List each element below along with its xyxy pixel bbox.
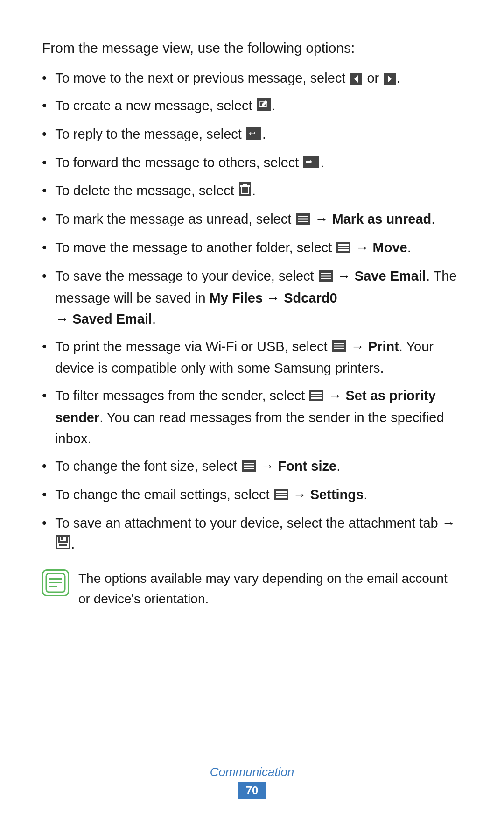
menu-icon — [274, 485, 288, 506]
bullet-dot: • — [42, 336, 47, 357]
bullet-mark-unread: To mark the message as unread, select → … — [55, 209, 462, 231]
bullet-dot: • — [42, 484, 47, 505]
font-size-label: Font size — [278, 459, 336, 474]
svg-rect-36 — [311, 392, 322, 394]
footer-label: Communication — [0, 765, 504, 779]
bullet-move: To move the message to another folder, s… — [55, 237, 462, 259]
svg-rect-33 — [334, 346, 344, 347]
reply-icon: ↩ — [246, 125, 261, 146]
list-item: • To change the font size, select → Font… — [42, 456, 462, 478]
bullet-dot: • — [42, 95, 47, 116]
svg-rect-24 — [338, 244, 349, 246]
print-label: Print — [368, 339, 399, 354]
menu-icon — [309, 386, 323, 407]
list-item: • To forward the message to others, sele… — [42, 152, 462, 174]
menu-icon — [319, 267, 333, 288]
bullet-forward: To forward the message to others, select… — [55, 152, 462, 174]
bullet-list: • To move to the next or previous messag… — [42, 68, 462, 555]
svg-rect-20 — [298, 216, 308, 217]
priority-sender-label: Set as priority sender — [55, 388, 436, 425]
svg-rect-14 — [240, 185, 250, 187]
list-item: • To move the message to another folder,… — [42, 237, 462, 259]
svg-rect-29 — [321, 275, 331, 276]
list-item: • To save an attachment to your device, … — [42, 513, 462, 556]
svg-rect-15 — [243, 184, 247, 185]
intro-text: From the message view, use the following… — [42, 37, 462, 58]
svg-rect-28 — [321, 273, 331, 274]
bullet-priority-sender: To filter messages from the sender, sele… — [55, 385, 462, 449]
list-item: • To change the email settings, select →… — [42, 484, 462, 506]
forward-icon: ➡ — [303, 153, 319, 174]
list-item: • To move to the next or previous messag… — [42, 68, 462, 89]
list-item: • To print the message via Wi-Fi or USB,… — [42, 336, 462, 379]
saved-email-label: Saved Email — [72, 311, 152, 326]
menu-icon — [242, 457, 256, 478]
bullet-dot: • — [42, 180, 47, 201]
nav-right-icon — [384, 73, 396, 85]
list-item: • To save the message to your device, se… — [42, 266, 462, 330]
bullet-dot: • — [42, 456, 47, 477]
menu-icon — [332, 337, 346, 358]
list-item: • To filter messages from the sender, se… — [42, 385, 462, 449]
save-email-label: Save Email — [355, 269, 426, 283]
svg-rect-56 — [49, 586, 57, 587]
page-footer: Communication 70 — [0, 765, 504, 799]
menu-icon — [296, 210, 310, 231]
svg-rect-44 — [276, 491, 287, 493]
footer-page-number: 70 — [238, 782, 267, 799]
bullet-new-message: To create a new message, select . — [55, 95, 462, 117]
svg-rect-54 — [49, 578, 62, 580]
bullet-dot: • — [42, 124, 47, 145]
sdcard0-label: Sdcard0 — [284, 290, 337, 305]
bullet-dot: • — [42, 266, 47, 287]
bullet-delete: To delete the message, select . — [55, 180, 462, 202]
svg-rect-38 — [311, 397, 322, 399]
svg-rect-25 — [338, 247, 349, 248]
bullet-reply: To reply to the message, select ↩ . — [55, 124, 462, 146]
bullet-save-email: To save the message to your device, sele… — [55, 266, 462, 330]
settings-label: Settings — [310, 487, 364, 502]
compose-icon — [257, 96, 271, 117]
svg-rect-55 — [49, 582, 62, 583]
bullet-settings: To change the email settings, select → S… — [55, 484, 462, 506]
bullet-dot: • — [42, 237, 47, 258]
delete-icon — [239, 181, 251, 202]
mark-unread-label: Mark as unread — [332, 212, 431, 226]
svg-rect-26 — [338, 249, 349, 251]
svg-rect-30 — [321, 278, 331, 279]
nav-left-icon — [350, 73, 362, 85]
bullet-font-size: To change the font size, select → Font s… — [55, 456, 462, 478]
list-item: • To create a new message, select . — [42, 95, 462, 117]
note-text: The options available may vary depending… — [78, 568, 462, 609]
svg-text:↩: ↩ — [249, 129, 256, 138]
svg-rect-41 — [244, 465, 254, 467]
svg-rect-32 — [334, 343, 344, 344]
bullet-dot: • — [42, 385, 47, 406]
bullet-attachment: To save an attachment to your device, se… — [55, 513, 462, 556]
svg-rect-21 — [298, 219, 308, 220]
note-box: The options available may vary depending… — [42, 568, 462, 609]
svg-rect-52 — [59, 544, 67, 546]
list-item: • To reply to the message, select ↩ . — [42, 124, 462, 146]
my-files-label: My Files — [210, 290, 263, 305]
svg-text:➡: ➡ — [305, 157, 312, 166]
list-item: • To mark the message as unread, select … — [42, 209, 462, 231]
bullet-prev-next: To move to the next or previous message,… — [55, 68, 462, 89]
bullet-dot: • — [42, 152, 47, 173]
list-item: • To delete the message, select . — [42, 180, 462, 202]
note-icon — [42, 569, 69, 596]
bullet-print: To print the message via Wi-Fi or USB, s… — [55, 336, 462, 379]
svg-rect-42 — [244, 468, 254, 469]
svg-rect-34 — [334, 348, 344, 349]
menu-icon — [336, 238, 350, 259]
svg-rect-22 — [298, 221, 308, 222]
svg-rect-40 — [244, 463, 254, 464]
svg-rect-49 — [60, 537, 66, 541]
bullet-dot: • — [42, 513, 47, 534]
bullet-dot: • — [42, 209, 47, 230]
svg-rect-45 — [276, 494, 287, 495]
bullet-dot: • — [42, 68, 47, 89]
content-area: From the message view, use the following… — [42, 37, 462, 609]
svg-rect-46 — [276, 496, 287, 498]
save-floppy-icon — [56, 534, 70, 555]
